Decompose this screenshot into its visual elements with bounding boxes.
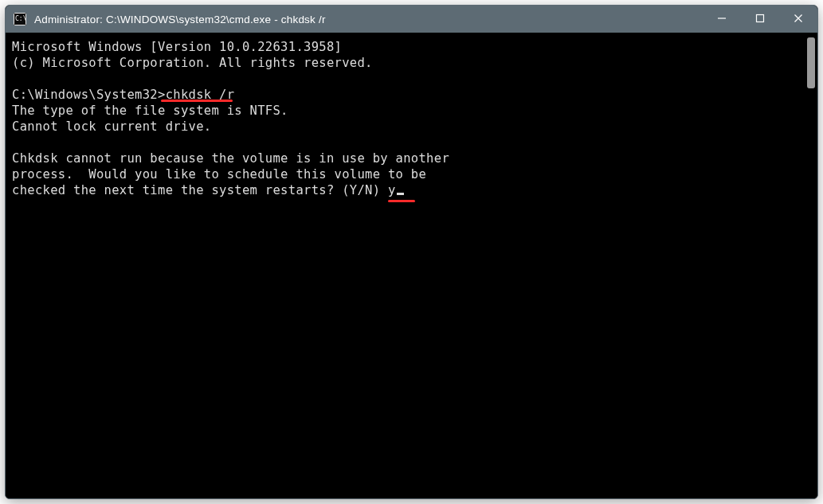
line-lock: Cannot lock current drive. bbox=[12, 119, 211, 134]
vertical-scrollbar-thumb[interactable] bbox=[807, 37, 815, 88]
terminal[interactable]: Microsoft Windows [Version 10.0.22631.39… bbox=[6, 33, 817, 498]
line-fs-type: The type of the file system is NTFS. bbox=[12, 104, 288, 118]
svg-text:C:\: C:\ bbox=[15, 15, 26, 22]
maximize-icon bbox=[755, 14, 765, 25]
annotation-underline-command bbox=[161, 100, 233, 102]
minimize-icon bbox=[717, 14, 727, 25]
user-answer: y bbox=[388, 183, 396, 197]
line-version: Microsoft Windows [Version 10.0.22631.39… bbox=[12, 40, 342, 54]
cmd-window: C:\ Administrator: C:\WINDOWS\system32\c… bbox=[5, 5, 818, 499]
line-copyright: (c) Microsoft Corporation. All rights re… bbox=[12, 56, 373, 70]
minimize-button[interactable] bbox=[703, 6, 741, 33]
window-controls bbox=[703, 6, 817, 33]
text-cursor bbox=[397, 193, 404, 195]
svg-rect-4 bbox=[757, 14, 764, 21]
annotation-underline-answer bbox=[388, 200, 415, 202]
svg-rect-3 bbox=[718, 18, 726, 18]
line-sched-1: Chkdsk cannot run because the volume is … bbox=[12, 151, 449, 166]
close-icon bbox=[794, 14, 803, 25]
close-button[interactable] bbox=[779, 6, 817, 33]
window-title: Administrator: C:\WINDOWS\system32\cmd.e… bbox=[34, 14, 703, 25]
line-sched-3: checked the next time the system restart… bbox=[12, 183, 388, 197]
maximize-button[interactable] bbox=[741, 6, 779, 33]
titlebar[interactable]: C:\ Administrator: C:\WINDOWS\system32\c… bbox=[6, 6, 817, 33]
line-sched-2: process. Would you like to schedule this… bbox=[12, 167, 426, 182]
client-area: Microsoft Windows [Version 10.0.22631.39… bbox=[6, 33, 817, 498]
cmd-icon: C:\ bbox=[14, 13, 26, 25]
prompt-path: C:\Windows\System32> bbox=[12, 88, 166, 102]
